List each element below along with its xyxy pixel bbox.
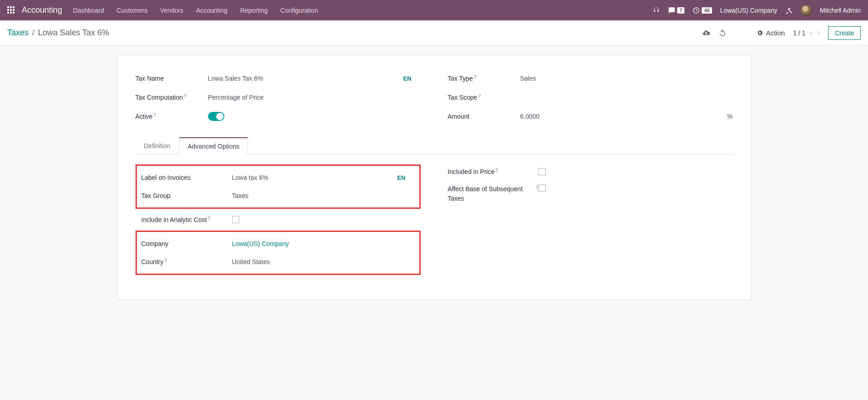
top-navbar: Accounting Dashboard Customers Vendors A… <box>0 0 868 20</box>
tax-name-lang[interactable]: EN <box>403 75 411 82</box>
menu-reporting[interactable]: Reporting <box>240 7 268 14</box>
menu-dashboard[interactable]: Dashboard <box>73 7 104 14</box>
help-icon[interactable]: ? <box>495 168 498 173</box>
pager-prev-icon[interactable]: ‹ <box>810 28 813 38</box>
tax-computation-label: Tax Computation? <box>136 94 208 101</box>
tax-name-label: Tax Name <box>136 75 208 82</box>
breadcrumb-root[interactable]: Taxes <box>7 28 29 38</box>
included-in-price-checkbox[interactable] <box>538 168 546 175</box>
tax-name-value[interactable]: Lowa Sales Tax 6% <box>208 75 403 82</box>
company-switcher[interactable]: Lowa(US) Company <box>720 7 777 14</box>
help-icon[interactable]: ? <box>536 184 538 191</box>
action-label: Action <box>766 29 785 37</box>
tax-group-value[interactable]: Taxes <box>232 192 249 199</box>
amount-value[interactable]: 6.0000 <box>520 113 687 120</box>
tools-icon[interactable] <box>786 7 793 14</box>
menu-vendors[interactable]: Vendors <box>160 7 183 14</box>
username[interactable]: Mitchell Admin <box>820 7 861 14</box>
content-area: Tax Name Lowa Sales Tax 6% EN Tax Comput… <box>0 46 868 318</box>
help-icon[interactable]: ? <box>208 216 210 221</box>
amount-label: Amount <box>448 113 520 120</box>
topnav-right: 7 40 Lowa(US) Company Mitchell Admin <box>653 5 861 16</box>
avatar[interactable] <box>801 5 812 16</box>
affect-base-checkbox[interactable] <box>538 184 546 192</box>
included-in-price-label: Included in Price? <box>448 168 538 175</box>
cloud-upload-icon[interactable] <box>702 29 710 37</box>
breadcrumb-sep: / <box>32 28 34 38</box>
create-button[interactable]: Create <box>828 26 861 40</box>
active-toggle[interactable] <box>208 112 224 121</box>
help-icon[interactable]: ? <box>165 258 167 263</box>
amount-suffix: % <box>727 113 732 120</box>
action-menu[interactable]: Action <box>756 29 785 37</box>
help-icon[interactable]: ? <box>184 94 187 99</box>
tax-group-label: Tax Group <box>141 192 232 199</box>
help-icon[interactable]: ? <box>474 75 476 80</box>
messages-badge: 7 <box>677 7 684 14</box>
breadcrumb: Taxes / Lowa Sales Tax 6% <box>7 28 109 38</box>
active-label: Active? <box>136 113 208 120</box>
country-value[interactable]: United States <box>232 258 270 265</box>
undo-icon[interactable] <box>718 29 727 37</box>
apps-icon[interactable] <box>7 6 15 14</box>
breadcrumb-current: Lowa Sales Tax 6% <box>38 28 109 38</box>
tax-type-label: Tax Type? <box>448 75 520 82</box>
include-analytic-label: Include in Analytic Cost? <box>141 216 232 223</box>
tax-type-value[interactable]: Sales <box>520 75 733 82</box>
tab-definition[interactable]: Definition <box>136 137 179 154</box>
support-icon[interactable] <box>653 7 660 14</box>
include-analytic-checkbox[interactable] <box>232 216 239 223</box>
help-icon[interactable]: ? <box>154 113 156 118</box>
country-label: Country? <box>141 258 232 265</box>
gear-icon <box>756 29 763 36</box>
activities-badge: 40 <box>702 7 712 14</box>
highlight-box-1: Label on Invoices Lowa tax 6% EN Tax Gro… <box>136 164 421 209</box>
form-sheet: Tax Name Lowa Sales Tax 6% EN Tax Comput… <box>117 55 752 300</box>
tax-scope-label: Tax Scope? <box>448 94 520 101</box>
highlight-box-2: Company Lowa(US) Company Country? United… <box>136 231 421 275</box>
activities-icon[interactable]: 40 <box>693 7 712 14</box>
menu-customers[interactable]: Customers <box>117 7 148 14</box>
company-label: Company <box>141 240 232 247</box>
pager-text: 1 / 1 <box>793 29 805 37</box>
main-menu: Dashboard Customers Vendors Accounting R… <box>73 7 318 14</box>
label-on-invoices-label: Label on Invoices <box>141 174 232 181</box>
tabs: Definition Advanced Options <box>136 137 733 154</box>
messages-icon[interactable]: 7 <box>668 7 684 14</box>
company-value[interactable]: Lowa(US) Company <box>232 240 289 247</box>
control-tools: Action 1 / 1 ‹ › Create <box>702 26 861 40</box>
pager: 1 / 1 ‹ › <box>793 28 820 38</box>
tab-advanced-options[interactable]: Advanced Options <box>179 137 248 154</box>
control-bar: Taxes / Lowa Sales Tax 6% Action 1 / 1 ‹… <box>0 20 868 46</box>
menu-configuration[interactable]: Configuration <box>281 7 318 14</box>
affect-base-label: Affect Base of Subsequent Taxes? <box>448 184 538 203</box>
label-on-invoices-value[interactable]: Lowa tax 6% <box>232 174 268 181</box>
app-brand[interactable]: Accounting <box>22 5 62 15</box>
menu-accounting[interactable]: Accounting <box>196 7 228 14</box>
help-icon[interactable]: ? <box>478 94 481 99</box>
pager-next-icon[interactable]: › <box>817 28 820 38</box>
tax-computation-value[interactable]: Percentage of Price <box>208 94 421 101</box>
label-on-invoices-lang[interactable]: EN <box>397 174 405 181</box>
